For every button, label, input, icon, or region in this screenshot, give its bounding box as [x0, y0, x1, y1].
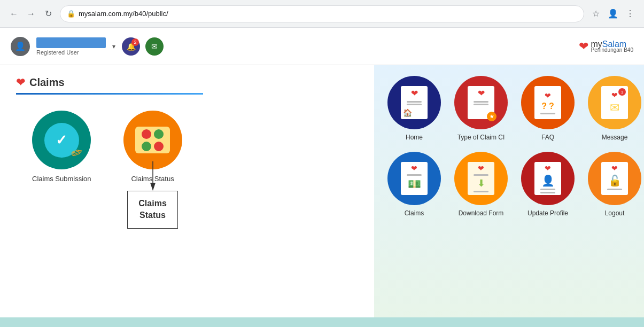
claims-heart-icon: ❤	[16, 76, 25, 89]
type-claim-icon-circle: ❤ ★	[454, 76, 508, 129]
refresh-button[interactable]: ↻	[41, 6, 56, 21]
nav-grid: ❤ 🏠 Home ❤	[385, 76, 644, 217]
claims-grid: ✓ ✏ Claims Submission	[16, 111, 358, 229]
faq-label: FAQ	[541, 134, 554, 141]
nav-item-home[interactable]: ❤ 🏠 Home	[385, 76, 444, 141]
nav-item-profile[interactable]: ❤ 👤 Update Profile	[518, 152, 577, 217]
tooltip-line1: Claims	[138, 199, 166, 208]
message-label: Message	[602, 134, 628, 141]
header-left: 👤 Registered User ▾ 🔔 2 ✉	[11, 37, 164, 56]
bookmark-button[interactable]: ☆	[588, 6, 603, 21]
claims-submission-icon: ✓ ✏	[32, 111, 91, 169]
tooltip-arrow-svg	[137, 161, 169, 191]
registered-label: Registered User	[36, 49, 106, 56]
user-dropdown-arrow[interactable]: ▾	[112, 43, 115, 50]
logo-heart-icon: ❤	[579, 40, 588, 53]
address-bar[interactable]: 🔒 mysalam.com.my/b40/public/	[60, 5, 584, 22]
status-bar	[0, 317, 644, 327]
type-claim-label: Type of Claim CI	[457, 134, 505, 141]
left-panel: ❤ Claims ✓ ✏	[0, 65, 374, 317]
profile-icon-circle: ❤ 👤	[521, 152, 575, 205]
logo-sub-text: Perlindungan B40	[591, 47, 633, 53]
forward-button[interactable]: →	[24, 6, 38, 21]
page-title-text: Claims	[29, 76, 65, 89]
home-label: Home	[406, 134, 423, 141]
page-content: ❤ Claims ✓ ✏	[0, 65, 644, 317]
faq-icon-circle: ❤ ? ?	[521, 76, 575, 129]
menu-button[interactable]: ⋮	[623, 6, 638, 21]
logout-label: Logout	[605, 209, 625, 217]
nav-item-type-claim[interactable]: ❤ ★ Type of Claim CI	[452, 76, 510, 141]
page-title: ❤ Claims	[16, 76, 358, 89]
claims-submission-item[interactable]: ✓ ✏ Claims Submission	[32, 111, 91, 183]
app-logo: ❤ mySalam Perlindungan B40	[579, 40, 633, 53]
message-icon-circle: ❤ ✉ 1	[588, 76, 641, 129]
claims-icon-circle: ❤ 💵	[387, 152, 441, 205]
right-panel: ❤ 🏠 Home ❤	[374, 65, 644, 317]
nav-item-claims[interactable]: ❤ 💵 Claims	[385, 152, 444, 217]
tooltip-line2: Status	[139, 211, 166, 220]
avatar: 👤	[11, 37, 30, 56]
claims-nav-label: Claims	[405, 209, 424, 217]
status-tooltip-container: Claims Status	[127, 191, 177, 229]
notification-badge: 2	[131, 38, 139, 46]
logout-icon-circle: ❤ 🔓	[588, 152, 641, 205]
download-label: Download Form	[459, 209, 504, 217]
back-button[interactable]: ←	[6, 6, 21, 21]
claims-status-item[interactable]: Claims Status Claims Status	[123, 111, 182, 229]
nav-item-faq[interactable]: ❤ ? ? FAQ	[518, 76, 577, 141]
title-underline	[16, 93, 203, 95]
nav-item-message[interactable]: ❤ ✉ 1 Message	[585, 76, 644, 141]
tooltip-box: Claims Status	[127, 191, 177, 229]
app-header: 👤 Registered User ▾ 🔔 2 ✉ ❤ mySalam Perl…	[0, 28, 644, 65]
download-icon-circle: ❤ ⬇	[454, 152, 508, 205]
svg-marker-1	[150, 183, 156, 191]
update-profile-label: Update Profile	[527, 209, 568, 217]
claims-submission-label: Claims Submission	[32, 175, 91, 183]
user-name-bar	[36, 37, 106, 48]
browser-nav: ← → ↻	[6, 6, 56, 21]
home-icon-circle: ❤ 🏠	[387, 76, 441, 129]
app-container: 👤 Registered User ▾ 🔔 2 ✉ ❤ mySalam Perl…	[0, 28, 644, 327]
user-info: Registered User	[36, 37, 106, 56]
mail-button[interactable]: ✉	[145, 37, 164, 56]
url-text: mysalam.com.my/b40/public/	[79, 10, 168, 18]
nav-item-logout[interactable]: ❤ 🔓 Logout	[585, 152, 644, 217]
header-icons: 🔔 2 ✉	[122, 37, 164, 56]
notification-button[interactable]: 🔔 2	[122, 37, 140, 56]
nav-item-download[interactable]: ❤ ⬇ Download Form	[452, 152, 510, 217]
profile-browser-button[interactable]: 👤	[606, 6, 620, 21]
browser-actions: ☆ 👤 ⋮	[588, 6, 638, 21]
lock-icon: 🔒	[67, 10, 75, 18]
claims-status-icon	[123, 111, 182, 169]
browser-chrome: ← → ↻ 🔒 mysalam.com.my/b40/public/ ☆ 👤 ⋮	[0, 0, 644, 28]
